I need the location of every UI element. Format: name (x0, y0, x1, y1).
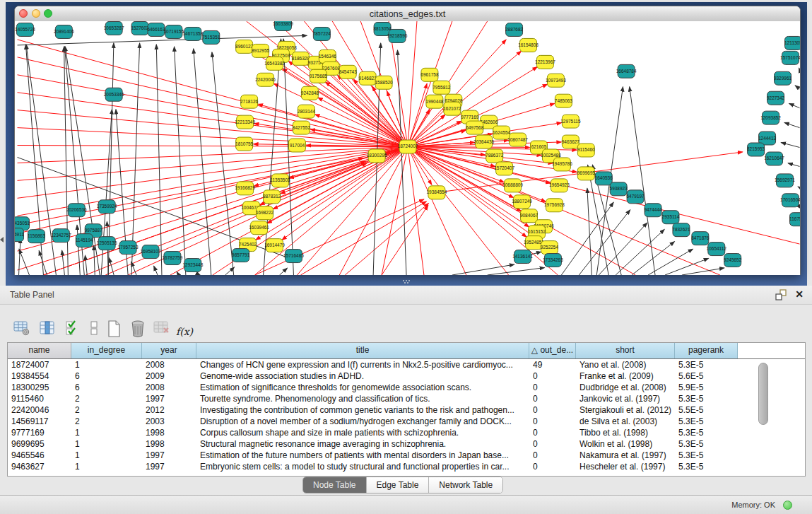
graph-node[interactable]: 1167533 (789, 213, 800, 226)
table-row[interactable]: 911546021997Tourette syndrome. Phenomeno… (8, 393, 805, 404)
table-row[interactable]: 946362711997Embryonic stem cells: a mode… (8, 461, 805, 472)
graph-node[interactable]: 1156863 (28, 230, 45, 243)
graph-node[interactable]: 14136141 (512, 250, 533, 264)
table-row[interactable]: 946554611997Estimation of the future num… (8, 450, 805, 461)
scrollbar-thumb[interactable] (758, 363, 768, 425)
column-header-short[interactable]: short (576, 343, 675, 358)
graph-node[interactable]: 20206536 (66, 204, 87, 217)
graph-node[interactable]: 8912955 (252, 44, 270, 57)
graph-node[interactable]: 10973493 (546, 74, 566, 87)
tab-node-table[interactable]: Node Table (303, 477, 367, 493)
graph-node[interactable]: 9084067 (520, 209, 539, 223)
function-builder-icon[interactable]: f(x) (174, 321, 195, 342)
graph-node[interactable]: 20053346 (104, 88, 124, 101)
graph-node[interactable]: 7955812 (433, 81, 451, 94)
table-row[interactable]: 969969511998Structural magnetic resonanc… (8, 438, 805, 450)
vertical-scrollbar[interactable] (758, 361, 768, 474)
table-row[interactable]: 1830029562008Estimation of significance … (8, 382, 805, 393)
graph-node[interactable]: 10719155 (164, 25, 184, 38)
splitter-grip-icon[interactable] (403, 280, 410, 284)
graph-node[interactable]: 14055724 (15, 23, 35, 36)
graph-node[interactable]: 6466163 (147, 23, 165, 36)
select-all-icon[interactable] (62, 318, 83, 339)
graph-node[interactable]: 1145194 (76, 234, 93, 247)
graph-node[interactable]: 10653287 (104, 21, 124, 35)
graph-node[interactable]: 7832621 (672, 223, 690, 237)
graph-node[interactable]: 2718126 (240, 95, 259, 108)
graph-node[interactable]: 16914479 (264, 239, 285, 252)
graph-node[interactable]: 1588520 (375, 76, 393, 89)
graph-node[interactable]: 8471876 (691, 232, 710, 245)
graph-node[interactable]: 20891406 (54, 25, 74, 38)
deselect-all-icon[interactable] (83, 318, 105, 339)
graph-node[interactable]: 6961758 (420, 68, 439, 81)
table-row[interactable]: 1872400712008Changes of HCN gene express… (8, 359, 805, 370)
table-row[interactable]: 977716911998Corpus callosum shape and si… (8, 427, 805, 438)
table-row[interactable]: 1456911722003Disruption of a novel membe… (8, 416, 805, 427)
graph-node[interactable]: 16033809 (273, 21, 293, 30)
graph-node[interactable]: 15692971 (775, 174, 795, 187)
graph-node[interactable]: 22420046 (255, 73, 276, 86)
graph-node[interactable]: 9242848 (301, 86, 319, 100)
graph-node[interactable]: 1698222 (256, 206, 274, 220)
column-header-in_degree[interactable]: in_degree (71, 343, 142, 358)
graph-node[interactable]: 12923448 (182, 259, 203, 272)
graph-node[interactable]: 2887682 (505, 23, 524, 36)
graph-node[interactable]: 17016504 (780, 194, 800, 207)
graph-node[interactable]: 9474444 (644, 204, 662, 217)
graph-node[interactable]: 1211305 (784, 36, 800, 49)
graph-node[interactable]: 16039461 (249, 221, 269, 235)
graph-node[interactable]: 16210647 (764, 152, 784, 165)
graph-node[interactable]: 15716485 (283, 250, 304, 263)
graph-node[interactable]: 16543382 (264, 57, 285, 70)
network-canvas[interactable]: 1872400789601238912955182260589127503165… (15, 21, 800, 275)
table-row[interactable]: 2242004622012Investigating the contribut… (8, 404, 805, 416)
graph-node[interactable]: 17359924 (97, 200, 117, 214)
table-row[interactable]: 1938455462009Genome-wide association stu… (8, 370, 805, 382)
graph-node[interactable]: 19495786 (552, 158, 572, 171)
graph-node[interactable]: 18300295 (367, 149, 387, 163)
graph-node[interactable]: 19218596 (387, 29, 408, 42)
graph-node[interactable]: 7857224 (313, 27, 331, 40)
graph-node[interactable]: 9463627 (562, 135, 580, 148)
graph-node[interactable]: 16782759 (163, 252, 183, 265)
graph-node[interactable]: 8215953 (747, 143, 765, 156)
graph-node[interactable]: 1640536 (595, 172, 613, 185)
graph-node[interactable]: 7886372 (486, 149, 504, 163)
graph-node[interactable]: 8427552 (293, 121, 311, 134)
graph-node[interactable]: 2935114 (662, 211, 680, 224)
graph-node[interactable]: 1810755 (235, 137, 254, 151)
graph-node[interactable]: 15751074 (780, 51, 800, 64)
graph-node[interactable]: 9227342 (767, 91, 785, 105)
graph-node[interactable]: 14671358 (182, 27, 203, 40)
delete-entries-icon[interactable] (127, 318, 148, 339)
graph-node[interactable]: 7485063 (555, 94, 573, 107)
graph-node[interactable]: 12342757 (51, 229, 71, 243)
graph-node[interactable]: 9115460 (577, 144, 595, 157)
graph-node[interactable]: 18807249 (512, 195, 532, 209)
close-icon[interactable]: ✕ (795, 288, 804, 300)
column-header-out_de[interactable]: △ out_de... (529, 343, 576, 358)
graph-node[interactable]: 9245652 (724, 254, 742, 267)
graph-node[interactable]: 9175685 (310, 69, 328, 83)
graph-node[interactable]: 8186328 (292, 52, 310, 65)
graph-node[interactable]: 10654112 (707, 243, 727, 256)
graph-node[interactable]: 9252254 (541, 241, 559, 255)
graph-node[interactable]: 12975115 (560, 115, 581, 128)
graph-node[interactable]: 15720407 (494, 162, 514, 175)
graph-node[interactable]: 9857791 (232, 249, 250, 262)
graph-node[interactable]: 12213967 (535, 55, 555, 69)
graph-node[interactable]: 3915911 (15, 228, 24, 242)
graph-node[interactable]: 1990448 (425, 95, 444, 108)
graph-node[interactable]: 16958107 (141, 245, 161, 259)
graph-node[interactable]: 11353503 (270, 174, 290, 187)
window-titlebar[interactable]: citations_edges.txt (15, 6, 800, 22)
graph-node[interactable]: 1621072 (443, 102, 461, 115)
graph-node[interactable]: 18724007 (398, 140, 418, 153)
tab-network-table[interactable]: Network Table (429, 477, 502, 493)
column-header-title[interactable]: title (196, 343, 529, 358)
column-header-pagerank[interactable]: pagerank (675, 343, 738, 358)
graph-node[interactable]: 5938923 (610, 182, 628, 196)
table-settings-icon[interactable] (11, 318, 33, 339)
graph-node[interactable]: 10807487 (507, 133, 528, 146)
